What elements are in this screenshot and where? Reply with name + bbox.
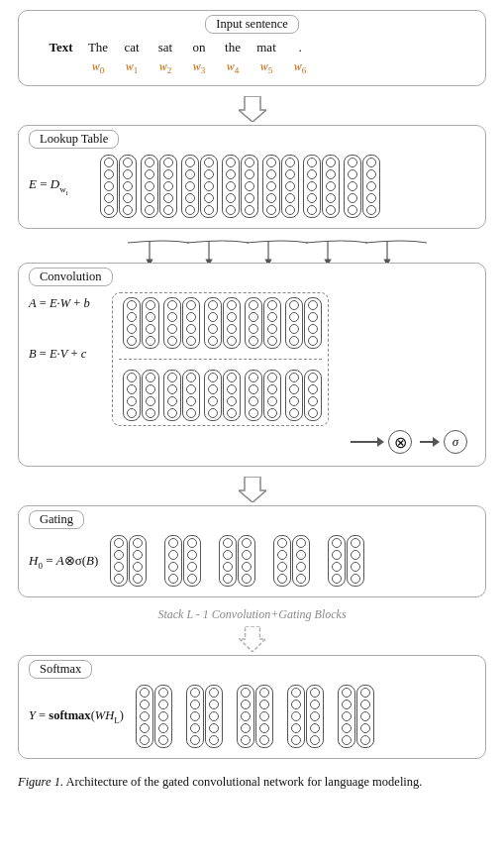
c	[123, 181, 133, 191]
c	[360, 711, 370, 721]
sm-col-1	[186, 685, 223, 748]
c	[342, 700, 352, 709]
c	[114, 538, 124, 548]
c	[296, 562, 306, 572]
w3: w3	[188, 59, 210, 75]
c	[291, 700, 301, 709]
c	[287, 685, 305, 748]
c	[227, 336, 237, 346]
c	[249, 408, 258, 418]
lookup-circles-4b	[281, 155, 299, 218]
c	[249, 396, 258, 406]
c	[146, 336, 155, 346]
c	[332, 550, 342, 560]
c	[185, 158, 195, 167]
c	[267, 336, 277, 346]
c	[308, 373, 318, 382]
conv-cols-b	[123, 370, 322, 421]
c	[296, 550, 306, 560]
c	[154, 685, 172, 748]
c	[249, 384, 258, 394]
lookup-circles-2b	[200, 155, 218, 218]
c	[168, 550, 178, 560]
convolution-content: A = E·W + b B = E·V + c	[29, 292, 475, 426]
c	[164, 535, 182, 587]
c	[123, 169, 133, 179]
c	[366, 158, 376, 167]
c	[167, 324, 177, 334]
c	[187, 550, 197, 560]
c	[186, 408, 196, 418]
c	[242, 538, 252, 548]
c	[310, 700, 320, 709]
c	[227, 312, 237, 322]
c	[140, 688, 150, 698]
c	[163, 169, 173, 179]
c	[296, 538, 306, 548]
gating-eq: H0 = A⊗σ(B)	[29, 553, 98, 571]
c	[146, 312, 155, 322]
c	[123, 158, 133, 167]
c	[123, 297, 141, 349]
c	[204, 297, 222, 349]
word-4: the	[222, 40, 244, 55]
c	[114, 574, 124, 584]
c	[123, 370, 141, 421]
c	[351, 538, 360, 548]
c	[289, 300, 299, 310]
c	[186, 324, 196, 334]
c	[289, 408, 299, 418]
c	[342, 711, 352, 721]
caption-text: Architecture of the gated convolutional …	[63, 775, 422, 789]
arrow-conv-to-gating	[18, 477, 486, 502]
c	[326, 205, 336, 215]
word-2: sat	[154, 40, 176, 55]
c	[208, 396, 218, 406]
c	[104, 158, 114, 167]
conv-col-a1	[163, 297, 200, 349]
c	[183, 535, 201, 587]
c	[310, 711, 320, 721]
c	[123, 193, 133, 203]
c	[241, 735, 251, 745]
lookup-circles-2a	[181, 155, 199, 218]
c	[163, 205, 173, 215]
figure-caption: Figure 1. Architecture of the gated conv…	[18, 773, 486, 792]
c	[185, 181, 195, 191]
c	[285, 205, 295, 215]
c	[223, 574, 233, 584]
c	[223, 562, 233, 572]
word-0: The	[87, 40, 109, 55]
lookup-table-label: Lookup Table	[29, 130, 119, 149]
words-row: The cat sat on the mat .	[87, 40, 311, 55]
conv-equations: A = E·W + b B = E·V + c	[29, 292, 106, 362]
c	[245, 158, 254, 167]
c	[245, 193, 254, 203]
c	[205, 685, 223, 748]
c	[123, 205, 133, 215]
c	[208, 373, 218, 382]
c	[266, 205, 276, 215]
input-sentence-box: Input sentence Text The cat sat on the m…	[18, 10, 486, 86]
c	[146, 384, 155, 394]
w5: w5	[255, 59, 277, 75]
c	[241, 700, 251, 709]
c	[145, 205, 154, 215]
conv-eq-a: A = E·W + b	[29, 296, 106, 329]
lookup-circles-1a	[141, 155, 158, 218]
c	[223, 297, 241, 349]
c	[267, 324, 277, 334]
sm-col-3	[287, 685, 324, 748]
c	[348, 205, 357, 215]
c	[227, 384, 237, 394]
conv-col-b0	[123, 370, 159, 421]
c	[163, 370, 181, 421]
svg-marker-2	[240, 626, 265, 652]
c	[133, 538, 143, 548]
c	[158, 711, 168, 721]
c	[186, 685, 204, 748]
c	[114, 562, 124, 572]
c	[167, 408, 177, 418]
c	[140, 723, 150, 733]
c	[146, 373, 155, 382]
